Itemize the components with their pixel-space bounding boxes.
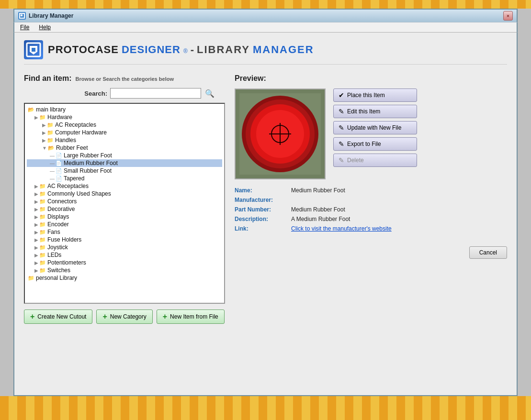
search-row: Search: 🔍 [24,88,225,99]
rubber-foot-svg [239,93,321,175]
tree-item[interactable]: ▶ 📁Hardware [27,113,222,121]
update-file-icon: ✎ [339,124,344,132]
find-title: Find an item: [24,74,72,83]
link-row: Link: Click to visit the manufacturer's … [235,225,507,232]
tree-item-label: Encoder [47,221,69,228]
tree-item[interactable]: — 📄Small Rubber Foot [27,167,222,175]
tree-item[interactable]: ▶ 📁Fans [27,228,222,236]
designer-label: DESIGNER [122,44,181,56]
tree-node-icon: 📄 [56,153,62,159]
preview-image [235,88,326,179]
tree-node-icon: 📁 [39,244,46,251]
svg-rect-4 [32,48,35,52]
item-details: Name: Medium Rubber Foot Manufacturer: P… [235,187,507,232]
edit-item-label: Edit this Item [347,108,380,115]
tree-item[interactable]: ▶ 📁Decorative [27,205,222,213]
link-value[interactable]: Click to visit the manufacturer's websit… [291,225,392,232]
tree-container[interactable]: 📂main library▶ 📁Hardware▶ 📁AC Receptacle… [24,103,225,304]
tree-connector-icon: — [50,153,55,158]
tree-item-label: AC Receptacles [55,122,96,128]
edit-item-icon: ✎ [339,108,344,115]
place-item-button[interactable]: ✔ Place this Item [333,88,417,102]
tree-node-icon: 📁 [39,199,46,205]
tree-item-label: Computer Hardware [55,129,107,136]
name-row: Name: Medium Rubber Foot [235,187,507,194]
new-category-button[interactable]: + New Category [96,309,152,324]
tree-item-label: Commonly Used Shapes [47,190,111,197]
stripe-bottom [0,396,531,420]
tree-item[interactable]: ▶ 📁AC Receptacles [27,121,222,129]
protocase-label: PROTOCASE [48,44,119,56]
cancel-button[interactable]: Cancel [469,246,507,259]
close-button[interactable]: × [503,11,513,21]
manager-label: MANAGER [253,44,314,56]
part-number-row: Part Number: Medium Rubber Foot [235,206,507,213]
tree-item[interactable]: ▶ 📁Encoder [27,221,222,228]
tree-node-icon: 📁 [39,114,46,121]
tree-connector-icon: ▶ [34,214,38,220]
tree-node-icon: 📄 [56,176,62,182]
new-item-plus-icon: + [163,312,167,321]
search-input[interactable] [110,88,201,99]
tree-node-icon: 📁 [47,122,54,128]
search-button[interactable]: 🔍 [204,88,215,99]
name-value: Medium Rubber Foot [291,187,345,194]
tree-item[interactable]: ▶ 📁Potentiometers [27,259,222,266]
cancel-row: Cancel [235,246,507,259]
tree-item-label: AC Receptacles [47,183,89,189]
new-item-button[interactable]: + New Item from File [157,309,225,324]
tree-item-label: Tapered [64,175,84,182]
manufacturer-label: Manufacturer: [235,197,287,203]
tree-connector-icon: ▶ [34,230,38,235]
tree-item[interactable]: ▶ 📁Handles [27,136,222,144]
tree-item[interactable]: ▶ 📁Computer Hardware [27,129,222,136]
tree-item-label: Large Rubber Foot [64,152,112,159]
tree-connector-icon: ▶ [34,237,38,243]
edit-item-button[interactable]: ✎ Edit this Item [333,105,417,118]
create-cutout-button[interactable]: + Create New Cutout [24,309,92,324]
tree-item-label: LEDs [47,252,61,258]
export-file-button[interactable]: ✎ Export to File [333,137,417,151]
update-file-button[interactable]: ✎ Update with New File [333,121,417,134]
tree-item[interactable]: ▶ 📁Switches [27,266,222,274]
tree-node-icon: 📂 [28,107,34,113]
export-file-label: Export to File [347,141,381,147]
delete-button[interactable]: ✎ Delete [333,154,417,167]
tree-item[interactable]: 📂main library [27,106,222,113]
stripe-top [0,0,531,9]
tree-item[interactable]: 📁personal Library [27,274,222,282]
tree-item[interactable]: ▶ 📁AC Receptacles [27,182,222,190]
title-bar: Library Manager × [13,9,518,22]
menu-help[interactable]: Help [37,23,53,31]
tree-item[interactable]: ▶ 📁Fuse Holders [27,236,222,243]
tree-item[interactable]: — 📄Medium Rubber Foot [27,159,222,167]
find-header: Find an item: Browse or Search the categ… [24,74,225,83]
part-number-label: Part Number: [235,206,287,213]
tree-item-label: Fans [47,229,60,235]
tree-node-icon: 📁 [47,137,54,144]
tree-item[interactable]: — 📄Tapered [27,175,222,182]
library-label: LIBRARY [197,44,250,56]
tree-item[interactable]: ▶ 📁Displays [27,213,222,221]
tree-connector-icon: ▶ [34,184,38,189]
tree-node-icon: 📁 [39,214,46,220]
tree-item[interactable]: ▶ 📁Connectors [27,198,222,205]
menu-file[interactable]: File [18,23,31,31]
tree-node-icon: 📁 [39,206,46,212]
tree-item[interactable]: ▶ 📁LEDs [27,251,222,259]
tree-connector-icon: ▶ [34,245,38,250]
tree-item[interactable]: — 📄Large Rubber Foot [27,152,222,159]
tree-item[interactable]: ▼ 📂Rubber Feet [27,144,222,152]
tree-connector-icon: ▶ [42,130,46,135]
find-subtitle: Browse or Search the categories below [76,76,174,82]
svg-rect-1 [21,14,23,16]
tree-connector-icon: ▶ [34,253,38,258]
tree-node-icon: 📁 [39,183,46,189]
logo [24,40,43,59]
tree-item[interactable]: ▶ 📁Joystick [27,243,222,251]
tree-connector-icon: ▶ [42,138,46,143]
tree-item[interactable]: ▶ 📁Commonly Used Shapes [27,190,222,198]
tree-connector-icon: ▶ [34,207,38,212]
left-column: Find an item: Browse or Search the categ… [24,74,225,324]
close-icon: × [507,13,509,19]
